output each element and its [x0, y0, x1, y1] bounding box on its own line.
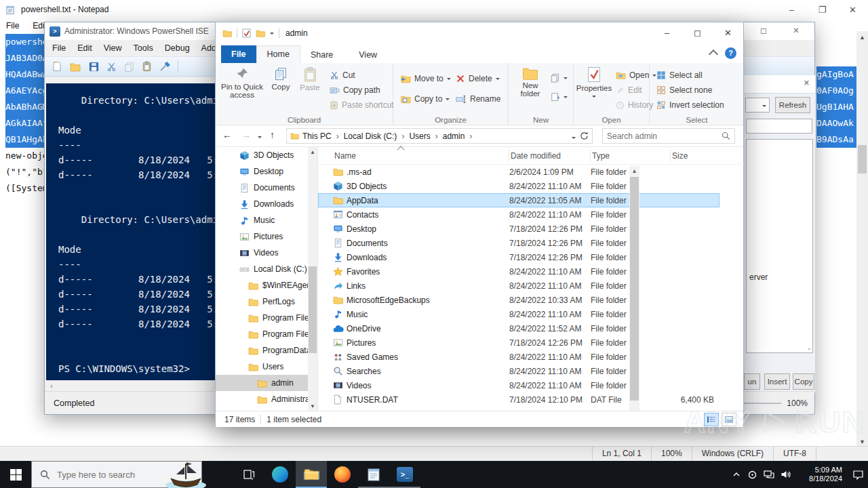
rename-button[interactable]: Rename: [456, 92, 500, 106]
column-header-date[interactable]: Date modified: [509, 150, 591, 162]
refresh-button[interactable]: Refresh: [775, 97, 810, 113]
paste-button[interactable]: Paste: [296, 66, 324, 92]
tree-item-local-disk-c-[interactable]: Local Disk (C:): [216, 261, 317, 277]
tab-view[interactable]: View: [349, 47, 387, 63]
up-icon[interactable]: ↑: [270, 129, 275, 140]
file-row[interactable]: Downloads7/18/2024 12:26 PMFile folder: [318, 250, 719, 264]
file-row[interactable]: NTUSER.DAT7/18/2024 12:10 PMDAT File6,40…: [318, 392, 719, 407]
scrollbar-thumb[interactable]: [309, 266, 317, 353]
new-item-button[interactable]: [551, 71, 568, 85]
file-row[interactable]: .ms-ad2/6/2024 1:09 PMFile folder: [318, 165, 719, 179]
copy-to-button[interactable]: Copy to: [400, 92, 450, 106]
qat-customize-icon[interactable]: [270, 33, 274, 37]
new-folder-qat-icon[interactable]: [256, 29, 265, 37]
file-row[interactable]: 3D Objects8/24/2022 11:10 AMFile folder: [318, 179, 719, 193]
breadcrumb-segment[interactable]: Users: [409, 131, 430, 141]
move-to-button[interactable]: Move to: [400, 72, 451, 85]
explorer-maximize-button[interactable]: ◻: [682, 22, 713, 43]
minimize-ribbon-icon[interactable]: [709, 49, 718, 59]
powershell-ise-taskbar-icon[interactable]: >_: [389, 461, 420, 488]
run-button[interactable]: un: [744, 373, 760, 390]
action-center-icon[interactable]: [852, 470, 864, 480]
tab-share[interactable]: Share: [300, 47, 343, 63]
copy-button[interactable]: Copy: [267, 66, 294, 91]
cut-icon[interactable]: [106, 62, 117, 72]
file-row[interactable]: AppData8/24/2022 11:05 AMFile folder: [318, 193, 719, 207]
history-button[interactable]: History: [616, 98, 653, 112]
scroll-up-icon[interactable]: ▲: [629, 166, 639, 176]
taskbar-clock[interactable]: 5:09 AM 8/18/2024: [797, 466, 842, 483]
explorer-titlebar[interactable]: admin – ◻ ✕: [216, 22, 743, 44]
tree-item-documents[interactable]: Documents: [216, 180, 317, 196]
ise-menu-edit[interactable]: Edit: [77, 43, 92, 53]
tree-item--winreagent[interactable]: $WinREAgent: [216, 277, 317, 293]
breadcrumb-segment[interactable]: admin: [443, 131, 465, 141]
pin-to-quick-access-button[interactable]: Pin to Quick access: [220, 66, 264, 99]
notepad-text-left[interactable]: powersheJAB3AD0AHQAdABwAA6AEYAcgAbABhAGM…: [5, 34, 45, 197]
notepad-text-right[interactable]: gAIgBoA0AF0AOgUgB1AHADAAOwAkB9ADsAa: [816, 66, 856, 148]
commands-list[interactable]: erver ⌄: [746, 139, 813, 353]
ise-menu-tools[interactable]: Tools: [134, 43, 153, 53]
paste-shortcut-button[interactable]: Paste shortcut: [330, 98, 394, 112]
copy-button[interactable]: Copy: [793, 373, 814, 390]
file-row[interactable]: Desktop7/18/2024 12:26 PMFile folder: [318, 222, 719, 236]
tab-file[interactable]: File: [221, 45, 256, 63]
forward-icon[interactable]: →: [241, 129, 251, 140]
tree-item-program-files[interactable]: Program Files: [216, 310, 317, 326]
ise-menu-file[interactable]: File: [52, 43, 66, 53]
ise-menu-view[interactable]: View: [104, 43, 122, 53]
command-list-item[interactable]: erver: [749, 272, 768, 282]
tab-home[interactable]: Home: [256, 45, 300, 63]
breadcrumb-segment[interactable]: This PC: [302, 131, 332, 141]
tree-item-pictures[interactable]: Pictures: [216, 228, 317, 245]
hidden-icons-chevron[interactable]: [732, 470, 741, 479]
new-script-icon[interactable]: [52, 61, 62, 72]
notepad-minimize-button[interactable]: –: [776, 0, 807, 19]
properties-qat-icon[interactable]: [242, 28, 251, 38]
insert-button[interactable]: Insert: [764, 373, 790, 390]
breadcrumb-segment[interactable]: Local Disk (C:): [344, 131, 397, 141]
folder-icon[interactable]: [222, 29, 232, 37]
paste-icon[interactable]: [142, 61, 152, 72]
tree-scrollbar[interactable]: ▲ ▼: [308, 147, 317, 411]
copy-path-button[interactable]: Copy path: [330, 83, 380, 97]
clear-console-icon[interactable]: [159, 61, 170, 72]
breadcrumb[interactable]: This PC›Local Disk (C:)›Users›admin›: [286, 128, 593, 144]
search-box[interactable]: [602, 128, 735, 144]
scroll-up-icon[interactable]: ▲: [856, 31, 868, 43]
tree-item-administrat[interactable]: Administrat: [216, 391, 317, 407]
notepad-titlebar[interactable]: powershell.txt - Notepad – ❐ ✕: [0, 0, 868, 19]
column-header-type[interactable]: Type: [591, 150, 671, 162]
tree-item-admin[interactable]: admin: [216, 375, 317, 391]
file-row[interactable]: Favorites8/24/2022 11:10 AMFile folder: [318, 264, 719, 279]
file-row[interactable]: OneDrive8/24/2022 11:52 AMFile folder: [318, 321, 719, 336]
file-row[interactable]: Music8/24/2022 11:10 AMFile folder: [318, 307, 719, 321]
invert-selection-button[interactable]: Invert selection: [656, 98, 724, 112]
explorer-minimize-button[interactable]: –: [652, 22, 682, 43]
notepad-taskbar-icon[interactable]: [358, 461, 389, 488]
notepad-menu-file[interactable]: File: [6, 21, 19, 30]
file-explorer-taskbar-icon[interactable]: [296, 461, 327, 488]
tree-item-videos[interactable]: Videos: [216, 245, 317, 261]
file-row[interactable]: Searches8/24/2022 11:10 AMFile folder: [318, 364, 719, 378]
scroll-left-icon[interactable]: ‹: [46, 380, 57, 392]
network-icon[interactable]: [764, 470, 774, 479]
save-icon[interactable]: [89, 62, 99, 72]
tree-item-3d-objects[interactable]: 3D Objects: [216, 147, 317, 163]
back-icon[interactable]: ←: [222, 129, 232, 140]
select-none-button[interactable]: Select none: [656, 83, 712, 97]
file-row[interactable]: Pictures7/18/2024 12:26 PMFile folder: [318, 336, 719, 350]
details-view-button[interactable]: [704, 413, 719, 426]
modules-dropdown[interactable]: [745, 98, 770, 113]
tree-item-program-files[interactable]: Program Files: [216, 326, 317, 342]
ise-maximize-button[interactable]: ◻: [760, 26, 767, 35]
easy-access-button[interactable]: [551, 90, 568, 104]
properties-button[interactable]: Properties: [575, 66, 613, 100]
open-script-icon[interactable]: [70, 62, 81, 72]
tree-item-desktop[interactable]: Desktop: [216, 163, 317, 180]
tree-item-users[interactable]: Users: [216, 359, 317, 375]
select-all-button[interactable]: Select all: [656, 68, 703, 82]
tree-item-downloads[interactable]: Downloads: [216, 196, 317, 212]
edge-icon[interactable]: [264, 461, 296, 488]
edit-button[interactable]: Edit: [616, 83, 642, 97]
